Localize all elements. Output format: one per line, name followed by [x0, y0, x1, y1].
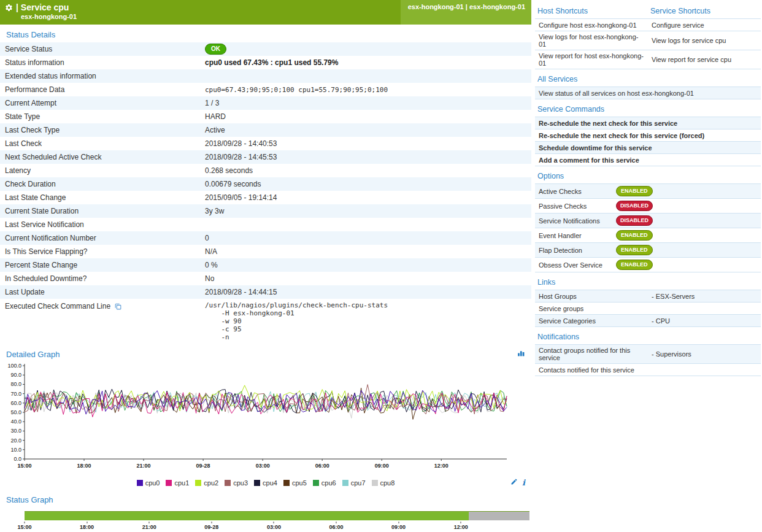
status-row-value: 0 — [205, 234, 531, 242]
status-axis-label: 21:00 — [142, 522, 156, 530]
status-row-label: Executed Check Command Line — [0, 299, 205, 310]
status-row-label-text: Latency — [5, 166, 31, 175]
status-row-value: 0 % — [205, 261, 531, 269]
gear-icon[interactable] — [5, 4, 13, 12]
status-row: Status information cpu0 used 67.43% : cp… — [0, 56, 531, 69]
status-row-value: cpu0=67.43;90;95;0;100 cpu1=55.79;90;95;… — [205, 86, 531, 94]
legend-swatch — [313, 480, 319, 486]
status-row: Last State Change 2015/09/05 - 19:14:14 — [0, 191, 531, 204]
option-state-cell: ENABLED — [612, 258, 761, 272]
svg-text:70.0: 70.0 — [10, 391, 21, 397]
option-state-badge[interactable]: ENABLED — [616, 186, 653, 196]
status-row-label: Current State Duration — [0, 207, 205, 215]
list-row: Schedule downtime for this service — [535, 142, 761, 154]
option-state-cell: DISABLED — [612, 214, 761, 228]
copy-command-icon[interactable] — [114, 303, 122, 310]
shortcuts-table: Configure host esx-hongkong-01 Configure… — [535, 18, 761, 69]
list-row-link[interactable]: Add a comment for this service — [535, 155, 761, 166]
status-row-label: In Scheduled Downtime? — [0, 274, 205, 283]
service-shortcuts-heading: Service Shortcuts — [648, 1, 761, 18]
list-row-link[interactable]: Re-schedule the next check for this serv… — [535, 130, 761, 141]
svg-text:20.0: 20.0 — [10, 438, 21, 444]
status-row-value: 0.268 seconds — [205, 166, 531, 175]
option-state-badge[interactable]: DISABLED — [616, 215, 653, 226]
status-row-label-text: Last State Change — [5, 193, 66, 202]
list-row: Re-schedule the next check for this serv… — [535, 117, 761, 129]
status-row-label-text: Last Update — [5, 288, 45, 296]
status-row: In Scheduled Downtime? No — [0, 272, 531, 285]
status-row: Check Duration 0.00679 seconds — [0, 177, 531, 191]
key-value-label: Contact groups notified for this service — [535, 345, 648, 363]
option-label: Service Notifications — [535, 215, 612, 226]
shortcuts-headings: Host Shortcuts Service Shortcuts — [535, 1, 761, 18]
bar-chart-icon[interactable] — [517, 349, 525, 359]
option-row: Flap Detection ENABLED — [535, 243, 761, 258]
status-axis-label: 03:00 — [267, 522, 281, 530]
links-heading: Links — [535, 272, 761, 290]
legend-label: cpu1 — [174, 479, 189, 487]
legend-label: cpu2 — [204, 479, 218, 487]
service-shortcut-link[interactable]: Configure service — [648, 20, 761, 31]
host-shortcut-link[interactable]: Configure host esx-hongkong-01 — [535, 20, 648, 31]
status-axis-label: 06:00 — [329, 522, 344, 530]
legend-label: cpu6 — [321, 479, 336, 487]
status-row-label: Next Scheduled Active Check — [0, 153, 205, 161]
shortcut-row: View report for host esx-hongkong-01 Vie… — [535, 50, 761, 69]
status-row-value: 2018/09/28 - 14:40:53 — [205, 139, 531, 148]
list-row-link[interactable]: Schedule downtime for this service — [535, 142, 761, 153]
svg-text:18:00: 18:00 — [77, 463, 91, 469]
key-value-value[interactable]: - Supervisors — [648, 349, 761, 360]
legend-swatch — [283, 480, 290, 486]
host-shortcut-link[interactable]: View logs for host esx-hongkong-01 — [535, 31, 648, 50]
info-icon[interactable]: i — [522, 478, 525, 487]
service-shortcut-link[interactable]: View logs for service cpu — [648, 35, 761, 46]
legend-swatch — [372, 480, 378, 486]
status-row: Next Scheduled Active Check 2018/09/28 -… — [0, 150, 531, 164]
status-row-value: cpu0 used 67.43% : cpu1 used 55.79% — [205, 58, 531, 67]
status-row: Is This Service Flapping? N/A — [0, 245, 531, 258]
detailed-graph-heading: Detailed Graph — [6, 350, 60, 359]
status-row-label-text: Extended status information — [5, 72, 96, 80]
page-header: | Service cpu esx-hongkong-01 esx-hongko… — [0, 0, 531, 25]
status-row-label: Is This Service Flapping? — [0, 247, 205, 256]
status-row: Current Notification Number 0 — [0, 231, 531, 245]
key-value-value[interactable]: - CPU — [648, 315, 761, 326]
status-row-label-text: Current Attempt — [5, 99, 56, 107]
detailed-graph-heading-row: Detailed Graph — [0, 344, 531, 362]
list-row-link[interactable]: View status of all services on host esx-… — [535, 88, 761, 99]
breadcrumb[interactable]: esx-hongkong-01 | esx-hongkong-01 — [401, 0, 531, 25]
key-value-value[interactable]: - ESX-Servers — [648, 291, 761, 302]
option-state-badge[interactable]: ENABLED — [616, 260, 653, 270]
key-value-row: Contacts notified for this service — [535, 364, 761, 376]
list-row-link[interactable]: Re-schedule the next check for this serv… — [535, 118, 761, 129]
edit-graph-icon[interactable] — [510, 478, 518, 487]
option-row: Passive Checks DISABLED — [535, 199, 761, 214]
legend-item: cpu4 — [254, 479, 277, 487]
status-row: Last Service Notification — [0, 218, 531, 231]
status-graph-ok-segment — [25, 512, 469, 520]
svg-text:80.0: 80.0 — [10, 381, 21, 387]
key-value-row: Service Categories - CPU — [535, 315, 761, 327]
legend-label: cpu5 — [292, 479, 307, 487]
key-value-row: Host Groups - ESX-Servers — [535, 290, 761, 303]
status-row-value: 2018/09/28 - 14:45:53 — [205, 153, 531, 161]
service-shortcut-link[interactable]: View report for service cpu — [648, 54, 761, 65]
key-value-value[interactable] — [648, 307, 761, 310]
chart-legend: cpu0cpu1cpu2cpu3cpu4cpu5cpu6cpu7cpu8 — [137, 479, 395, 487]
option-state-badge[interactable]: DISABLED — [616, 201, 653, 211]
option-state-badge[interactable]: ENABLED — [616, 230, 653, 241]
host-shortcut-link[interactable]: View report for host esx-hongkong-01 — [535, 50, 648, 69]
status-row-value: Active — [205, 126, 531, 134]
legend-swatch — [195, 480, 201, 486]
svg-text:10.0: 10.0 — [10, 447, 21, 453]
detailed-graph-svg: 0.010.020.030.040.050.060.070.080.090.01… — [2, 362, 509, 475]
legend-label: cpu4 — [263, 479, 277, 487]
service-commands-heading: Service Commands — [535, 99, 761, 117]
svg-text:0.0: 0.0 — [13, 456, 21, 462]
status-row-label-text: Percent State Change — [5, 261, 77, 269]
option-state-badge[interactable]: ENABLED — [616, 245, 653, 255]
status-row-value: 2018/09/28 - 14:44:15 — [205, 288, 531, 296]
key-value-value[interactable] — [648, 368, 761, 372]
option-label: Event Handler — [535, 230, 612, 241]
status-row-label: Current Attempt — [0, 99, 205, 107]
